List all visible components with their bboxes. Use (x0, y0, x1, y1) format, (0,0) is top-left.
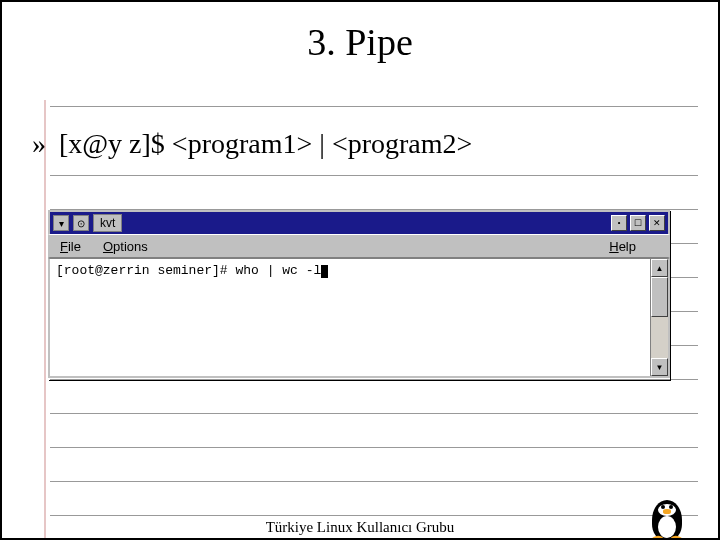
footer-text: Türkiye Linux Kullanıcı Grubu (2, 519, 718, 536)
terminal-window: ▾ ⊙ kvt • ☐ ✕ File Options Help [root@ze… (48, 210, 670, 380)
rule-line (50, 175, 698, 176)
maximize-button[interactable]: ☐ (630, 215, 646, 231)
terminal-output[interactable]: [root@zerrin seminer]# who | wc -l (50, 259, 650, 376)
system-menu-icon[interactable]: ▾ (53, 215, 69, 231)
terminal-body: [root@zerrin seminer]# who | wc -l ▲ ▼ (48, 258, 670, 378)
rule-line (50, 413, 698, 414)
window-titlebar[interactable]: ▾ ⊙ kvt • ☐ ✕ (48, 210, 670, 234)
tux-penguin-icon (644, 494, 690, 540)
menu-file[interactable]: File (60, 239, 81, 254)
text-cursor (321, 265, 328, 278)
scroll-up-button[interactable]: ▲ (651, 259, 668, 277)
rule-line (50, 515, 698, 516)
menu-bar: File Options Help (48, 234, 670, 258)
bullet-row: » [x@y z]$ <program1> | <program2> (32, 128, 472, 160)
bullet-marker: » (32, 128, 46, 160)
slide: 3. Pipe » [x@y z]$ <program1> | <program… (2, 20, 718, 540)
bullet-text: [x@y z]$ <program1> | <program2> (59, 128, 472, 159)
margin-rule (44, 100, 46, 540)
rule-line (50, 106, 698, 107)
rule-line (50, 447, 698, 448)
scroll-down-button[interactable]: ▼ (651, 358, 668, 376)
window-controls: • ☐ ✕ (611, 215, 665, 231)
scroll-thumb[interactable] (651, 277, 668, 317)
slide-title: 3. Pipe (2, 20, 718, 64)
rule-line (50, 481, 698, 482)
scroll-track[interactable] (651, 277, 668, 358)
window-title-text: kvt (93, 214, 122, 232)
pin-icon[interactable]: ⊙ (73, 215, 89, 231)
prompt-line: [root@zerrin seminer]# who | wc -l (56, 263, 321, 278)
menu-help[interactable]: Help (609, 239, 636, 254)
vertical-scrollbar[interactable]: ▲ ▼ (650, 259, 668, 376)
iconify-button[interactable]: • (611, 215, 627, 231)
menu-options[interactable]: Options (103, 239, 148, 254)
close-button[interactable]: ✕ (649, 215, 665, 231)
